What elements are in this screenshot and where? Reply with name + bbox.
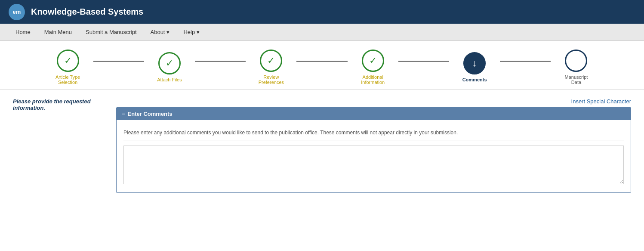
nav-help[interactable]: Help ▾ [176, 25, 206, 39]
step-label-1: Article TypeSelection [55, 74, 80, 85]
step-comments: ↓ Comments [449, 52, 500, 82]
connector-5 [500, 61, 551, 62]
nav-about[interactable]: About ▾ [144, 25, 177, 39]
step-label-4: AdditionalInformation [361, 74, 385, 85]
about-dropdown-icon: ▾ [166, 29, 169, 35]
main-content: Please provide the requested information… [0, 90, 644, 251]
step-circle-6 [565, 50, 587, 72]
nav-main-menu[interactable]: Main Menu [37, 25, 79, 39]
step-label-6: ManuscriptData [565, 74, 588, 85]
left-panel: Please provide the requested information… [13, 98, 108, 193]
insert-special-character-link[interactable]: Insert Special Character [116, 98, 631, 105]
step-manuscript-data: ManuscriptData [551, 50, 601, 85]
step-attach-files: ✓ Attach Files [144, 52, 195, 82]
step-circle-3: ✓ [260, 50, 282, 72]
instruction-text: Please provide the requested information… [13, 98, 108, 111]
nav-home[interactable]: Home [9, 25, 37, 39]
help-dropdown-icon: ▾ [197, 29, 200, 35]
comments-header: − Enter Comments [117, 108, 631, 120]
step-circle-5: ↓ [463, 52, 486, 74]
nav-submit-manuscript[interactable]: Submit a Manuscript [79, 25, 144, 39]
stepper: ✓ Article TypeSelection ✓ Attach Files ✓… [0, 41, 644, 90]
connector-4 [398, 61, 449, 62]
collapse-icon[interactable]: − [122, 111, 125, 117]
right-panel: Insert Special Character − Enter Comment… [116, 98, 631, 193]
app-header: em Knowledge-Based Systems [0, 0, 644, 24]
comments-instruction-text: Please enter any additional comments you… [123, 127, 624, 140]
connector-1 [93, 61, 144, 62]
step-label-5: Comments [462, 77, 487, 82]
step-review-preferences: ✓ ReviewPreferences [246, 50, 296, 85]
comments-header-label: Enter Comments [128, 111, 173, 117]
step-circle-2: ✓ [158, 52, 181, 74]
step-additional-info: ✓ AdditionalInformation [348, 50, 398, 85]
app-title: Knowledge-Based Systems [31, 7, 143, 17]
main-nav: Home Main Menu Submit a Manuscript About… [0, 24, 644, 41]
step-label-3: ReviewPreferences [259, 74, 284, 85]
step-circle-4: ✓ [362, 50, 384, 72]
comments-body: Please enter any additional comments you… [117, 120, 631, 192]
app-logo: em [9, 4, 25, 20]
connector-3 [296, 61, 347, 62]
comments-textarea[interactable] [123, 146, 624, 184]
step-circle-1: ✓ [57, 50, 79, 72]
step-article-type: ✓ Article TypeSelection [43, 50, 93, 85]
step-label-2: Attach Files [157, 77, 182, 82]
comments-section: − Enter Comments Please enter any additi… [116, 107, 631, 193]
connector-2 [195, 61, 246, 62]
